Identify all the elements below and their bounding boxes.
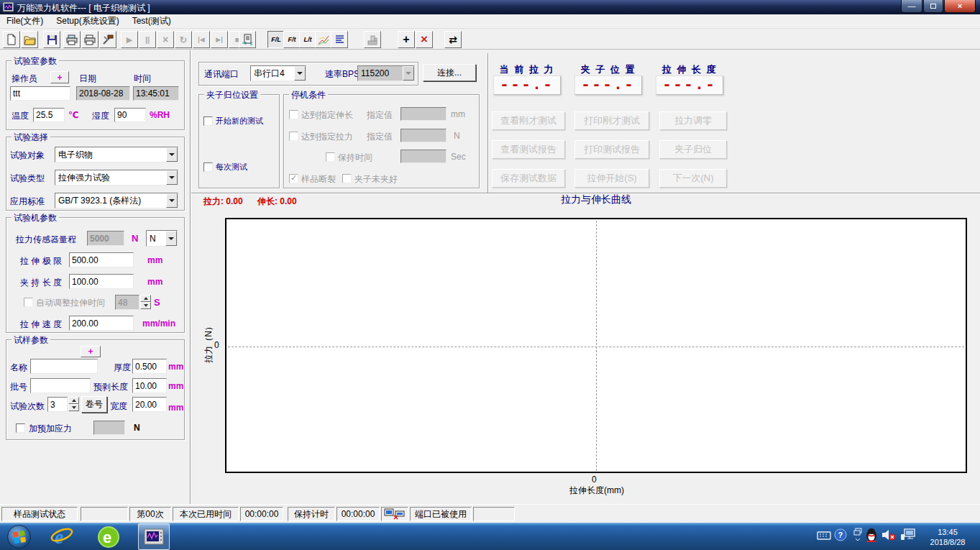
menu-test[interactable]: Test(测试) [126, 14, 178, 29]
connect-button[interactable]: 连接... [423, 64, 476, 81]
sample-break-checkbox[interactable] [289, 174, 298, 183]
view-last-test-button[interactable]: 查看刚才测试 [492, 111, 565, 130]
new-test-checkbox[interactable] [203, 116, 213, 126]
tray-keyboard-icon[interactable] [817, 530, 831, 541]
machine-button[interactable] [364, 31, 381, 48]
curve-fl-button[interactable]: F/L [267, 31, 285, 48]
grip-length-input[interactable] [69, 274, 134, 289]
standard-select[interactable]: GB/T 3923.1 (条样法) [55, 193, 178, 208]
test-type-select[interactable]: 拉伸强力试验 [55, 170, 178, 185]
start-button[interactable] [7, 525, 31, 549]
force-unit-select[interactable]: N [146, 230, 178, 247]
force-limit-checkbox[interactable] [289, 132, 298, 141]
humidity-input[interactable] [114, 108, 146, 122]
taskbar-clock[interactable]: 13:45 2018/8/28 [920, 527, 975, 547]
auto-adjust-checkbox[interactable] [24, 298, 33, 307]
curve-view-button[interactable] [315, 31, 332, 48]
force-unit-dropdown-arrow-icon[interactable] [165, 231, 177, 246]
print-last-test-button[interactable]: 打印刚才测试 [574, 111, 649, 130]
width-input[interactable] [132, 397, 167, 412]
cancel-button[interactable]: × [157, 31, 174, 48]
new-file-button[interactable] [3, 31, 20, 48]
last-record-button[interactable]: ▶| [211, 31, 228, 48]
menu-setup[interactable]: Setup(系统设置) [50, 14, 125, 29]
open-folder-icon [24, 35, 36, 45]
next-test-button[interactable]: 下一次(N) [659, 169, 727, 188]
test-object-select[interactable]: 电子织物 [55, 147, 178, 162]
connect-button-label: 连接... [437, 67, 462, 79]
roll-number-button[interactable]: 卷号 [81, 396, 107, 413]
close-button[interactable]: × [944, 0, 976, 13]
start-stretch-button[interactable]: 拉伸开始(S) [574, 169, 649, 188]
hold-time-checkbox[interactable] [326, 152, 335, 162]
specimen-name-input[interactable] [30, 359, 98, 374]
elong-limit-checkbox[interactable] [289, 110, 298, 119]
settings-button[interactable] [99, 31, 116, 48]
minimize-button[interactable]: — [901, 0, 922, 13]
temperature-input[interactable] [33, 108, 65, 122]
tray-qq-icon[interactable] [864, 528, 879, 542]
taskbar-active-app-button[interactable] [138, 523, 170, 550]
print-preview-button[interactable] [63, 31, 81, 48]
stretch-limit-input[interactable] [69, 252, 134, 267]
sensor-range-label: 拉力传感器量程 [16, 234, 76, 246]
test-object-dropdown-arrow-icon[interactable] [166, 147, 178, 162]
delete-x-icon: × [421, 32, 428, 47]
clamp-return-button[interactable]: 夹子归位 [659, 140, 727, 159]
delete-button[interactable]: × [416, 31, 433, 48]
test-count-spinner[interactable] [68, 397, 79, 411]
tray-show-windows-icon[interactable] [853, 527, 863, 543]
add-button[interactable]: + [398, 31, 415, 48]
print-button[interactable] [81, 31, 99, 48]
first-record-button[interactable]: |◀ [193, 31, 210, 48]
maximize-button[interactable] [923, 0, 943, 13]
tools-icon [102, 35, 114, 45]
preload-checkbox[interactable] [16, 423, 25, 433]
reset-button[interactable]: ↻ [175, 31, 192, 48]
operator-input[interactable] [10, 86, 70, 101]
play-button[interactable]: ▶ [121, 31, 138, 48]
pause-button[interactable]: || [139, 31, 156, 48]
test-count-input[interactable] [47, 397, 68, 412]
taskbar-ie-button[interactable]: e [50, 526, 73, 549]
tray-network-icon[interactable] [900, 528, 916, 541]
count-spinner-down-icon[interactable] [68, 404, 79, 411]
spinner-up-icon[interactable] [140, 295, 151, 302]
thickness-input[interactable] [132, 359, 167, 374]
status-empty-2 [473, 507, 515, 521]
open-file-button[interactable] [21, 31, 38, 48]
peel-length-input[interactable] [132, 378, 167, 393]
every-test-checkbox[interactable] [203, 162, 213, 172]
save-data-button[interactable]: 保存测试数据 [492, 169, 565, 188]
count-spinner-up-icon[interactable] [68, 397, 79, 404]
comm-port-select[interactable]: 串行口4 [250, 65, 306, 81]
batch-label: 批号 [10, 381, 27, 393]
curve-lt-button[interactable]: L/t [299, 31, 316, 48]
print-report-button[interactable]: 打印测试报告 [574, 140, 649, 159]
taskbar-browser-button[interactable]: e [97, 526, 120, 549]
elong-limit-label: 达到指定伸长 [301, 109, 353, 122]
test-type-dropdown-arrow-icon[interactable] [166, 170, 178, 185]
tray-volume-muted-icon[interactable] [881, 528, 897, 541]
data-list-button[interactable] [331, 31, 348, 48]
auto-time-spinner[interactable] [140, 295, 151, 309]
save-button[interactable] [43, 31, 60, 48]
stretch-speed-input[interactable] [69, 316, 134, 331]
clamp-loose-checkbox[interactable] [342, 174, 352, 183]
vertical-divider [190, 50, 191, 504]
standard-dropdown-arrow-icon[interactable] [166, 193, 178, 208]
batch-input[interactable] [30, 378, 91, 393]
zero-force-button[interactable]: 拉力调零 [659, 111, 727, 130]
comm-port-dropdown-arrow-icon[interactable] [294, 66, 306, 81]
spinner-down-icon[interactable] [140, 302, 151, 309]
view-report-button[interactable]: 查看测试报告 [492, 140, 565, 159]
add-specimen-button[interactable]: + [81, 346, 101, 357]
menu-file[interactable]: File(文件) [0, 14, 50, 29]
add-operator-button[interactable]: + [50, 71, 69, 83]
curve-ft-button[interactable]: F/t [283, 31, 301, 48]
green-browser-icon: e [97, 526, 120, 549]
swap-button[interactable]: ⇄ [444, 31, 462, 48]
stretch-length-display: ---.- [656, 75, 723, 95]
tray-help-icon[interactable]: ? [834, 528, 847, 541]
report-button[interactable] [239, 31, 256, 48]
